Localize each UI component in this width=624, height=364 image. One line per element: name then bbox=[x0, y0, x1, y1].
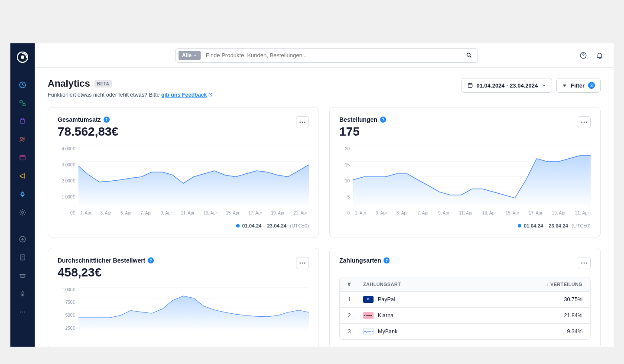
nav-shop[interactable] bbox=[14, 267, 31, 284]
svg-rect-8 bbox=[21, 193, 24, 195]
plot-area bbox=[78, 146, 309, 207]
nav-dashboard[interactable] bbox=[14, 76, 31, 94]
info-icon[interactable]: ? bbox=[380, 117, 386, 123]
svg-rect-7 bbox=[20, 156, 25, 160]
main: Alle An bbox=[35, 43, 614, 347]
chart-orders: 20 15 10 5 0 bbox=[339, 146, 591, 215]
table-row: 3 MyBankMyBank 9.34% bbox=[340, 324, 590, 339]
svg-point-14 bbox=[22, 312, 23, 312]
svg-rect-3 bbox=[20, 101, 22, 103]
col-val-header[interactable]: ↓VERTEILUNG bbox=[538, 277, 590, 291]
search-scope-tag[interactable]: Alle bbox=[179, 51, 201, 60]
chart-legend: 01.04.24 – 23.04.24 (UTC±0) bbox=[58, 223, 309, 228]
svg-point-9 bbox=[22, 211, 24, 214]
nav-calculator[interactable] bbox=[14, 249, 31, 266]
calendar-icon bbox=[467, 82, 473, 88]
help-button[interactable] bbox=[578, 50, 588, 61]
klarna-logo-icon: Klarna. bbox=[363, 312, 374, 319]
nav-orders[interactable] bbox=[14, 113, 31, 130]
page-title: Analytics bbox=[48, 78, 90, 89]
filter-button[interactable]: Filter 3 bbox=[556, 78, 601, 93]
y-axis: 1.000€ 750€ 500€ 250€ bbox=[58, 287, 75, 331]
search-bar: Alle bbox=[176, 48, 478, 63]
external-link-icon bbox=[208, 92, 213, 98]
card-orders: Bestellungen ? 175 ⋯ 20 15 10 5 bbox=[329, 107, 601, 237]
card-title: Gesamtumsatz bbox=[58, 116, 101, 123]
plot-area bbox=[353, 146, 591, 207]
chart-avg: 1.000€ 750€ 500€ 250€ bbox=[58, 287, 309, 331]
card-value: 78.562,83€ bbox=[58, 125, 118, 139]
search-button[interactable] bbox=[461, 52, 478, 58]
card-payments: Zahlungsarten ? ⋯ # ZAHLUNGSART ↓VERTEIL… bbox=[329, 248, 601, 347]
date-range-label: 01.04.2024 - 23.04.2024 bbox=[477, 82, 538, 89]
card-more-button[interactable]: ⋯ bbox=[296, 257, 309, 269]
svg-point-15 bbox=[24, 312, 25, 312]
nav-catalog[interactable] bbox=[14, 94, 31, 112]
nav-add[interactable] bbox=[14, 231, 31, 248]
legend-dot-icon bbox=[518, 224, 521, 228]
nav-voice[interactable] bbox=[14, 285, 31, 302]
info-icon[interactable]: ? bbox=[384, 257, 390, 263]
card-more-button[interactable]: ⋯ bbox=[296, 116, 309, 128]
sort-desc-icon: ↓ bbox=[546, 282, 549, 287]
col-name-header: ZAHLUNGSART bbox=[359, 277, 538, 291]
notifications-button[interactable] bbox=[595, 50, 605, 61]
x-axis: 1. Apr3. Apr5. Apr7. Apr9. Apr11. Apr13.… bbox=[78, 211, 309, 215]
page-subtitle: Funktioniert etwas nicht oder fehlt etwa… bbox=[48, 92, 213, 98]
date-range-picker[interactable]: 01.04.2024 - 23.04.2024 bbox=[462, 78, 552, 93]
feedback-link[interactable]: gib uns Feedback bbox=[161, 92, 213, 98]
svg-point-13 bbox=[20, 312, 21, 312]
search-scope-label: Alle bbox=[182, 52, 192, 58]
y-axis: 20 15 10 5 0 bbox=[339, 146, 350, 215]
mybank-logo-icon: MyBank bbox=[363, 328, 374, 335]
subtitle-text: Funktioniert etwas nicht oder fehlt etwa… bbox=[48, 92, 161, 98]
help-icon bbox=[579, 52, 587, 59]
plot-area bbox=[78, 287, 309, 331]
info-icon[interactable]: ? bbox=[148, 257, 154, 263]
sidebar bbox=[10, 43, 35, 347]
info-icon[interactable]: ? bbox=[104, 117, 110, 123]
legend-dot-icon bbox=[236, 224, 240, 228]
card-title: Bestellungen bbox=[339, 116, 377, 123]
beta-badge: BETA bbox=[94, 80, 112, 88]
filter-label: Filter bbox=[571, 82, 585, 89]
chevron-down-icon bbox=[193, 53, 197, 57]
card-revenue: Gesamtumsatz ? 78.562,83€ ⋯ 4.000€ 3.000… bbox=[48, 107, 319, 237]
svg-rect-18 bbox=[468, 84, 472, 88]
svg-rect-12 bbox=[22, 291, 23, 295]
card-title: Durchschnittlicher Bestellwert bbox=[58, 257, 145, 264]
card-avg-order: Durchschnittlicher Bestellwert ? 458,23€… bbox=[48, 248, 319, 347]
x-axis: 1. Apr3. Apr5. Apr7. Apr9. Apr11. Apr13.… bbox=[353, 211, 591, 215]
svg-point-16 bbox=[467, 53, 471, 57]
chart-legend: 01.04.24 – 23.04.24 (UTC±0) bbox=[339, 223, 591, 228]
card-value: 458,23€ bbox=[58, 266, 154, 280]
table-row: 1 PPayPal 30.75% bbox=[340, 292, 590, 308]
nav-content[interactable] bbox=[14, 149, 31, 166]
svg-point-1 bbox=[21, 55, 24, 59]
nav-marketing[interactable] bbox=[14, 167, 31, 185]
card-title: Zahlungsarten bbox=[339, 257, 381, 264]
filter-icon bbox=[562, 83, 567, 88]
svg-point-5 bbox=[21, 137, 23, 140]
topbar: Alle bbox=[35, 43, 614, 68]
paypal-logo-icon: P bbox=[363, 296, 374, 303]
table-header: # ZAHLUNGSART ↓VERTEILUNG bbox=[340, 277, 590, 292]
card-more-button[interactable]: ⋯ bbox=[578, 257, 591, 269]
card-grid: Gesamtumsatz ? 78.562,83€ ⋯ 4.000€ 3.000… bbox=[48, 107, 601, 347]
svg-point-6 bbox=[23, 138, 25, 140]
card-value: 175 bbox=[339, 125, 386, 139]
bell-icon bbox=[596, 52, 604, 59]
svg-rect-11 bbox=[20, 255, 25, 260]
card-more-button[interactable]: ⋯ bbox=[578, 116, 591, 128]
y-axis: 4.000€ 3.000€ 2.000€ 1.000€ 0€ bbox=[58, 146, 75, 215]
nav-settings[interactable] bbox=[14, 204, 31, 221]
chevron-down-icon bbox=[541, 83, 546, 88]
table-row: 2 Klarna.Klarna 21.84% bbox=[340, 308, 590, 324]
app-logo bbox=[16, 51, 29, 63]
nav-more[interactable] bbox=[14, 303, 31, 321]
search-icon bbox=[466, 52, 472, 58]
nav-customers[interactable] bbox=[14, 131, 31, 148]
nav-extensions[interactable] bbox=[14, 185, 31, 203]
filter-count-badge: 3 bbox=[588, 82, 595, 89]
search-input[interactable] bbox=[201, 52, 461, 58]
